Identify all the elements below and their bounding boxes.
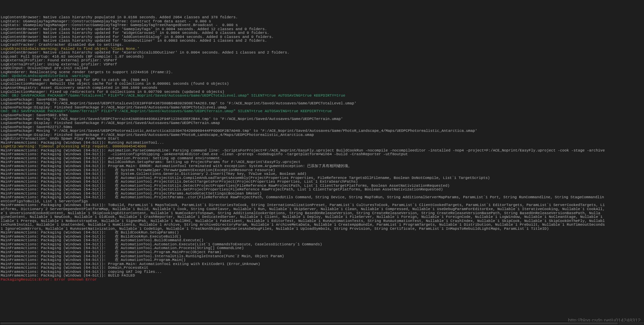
log-line: LogAssetRegistry: Asset discovery search… [1,86,643,90]
log-line: LogCrashTracker: Crashtracker disabled d… [1,43,643,47]
log-line: MainFrameActions: Packaging (Windows (64… [1,250,643,255]
log-line: MainFrameActions: Packaging (Windows (64… [1,274,643,278]
log-line: LogRenderer: Reallocating scene render t… [1,70,643,75]
log-line: MainFrameActions: Packaging (Windows (64… [1,172,643,176]
log-line: teChunkInstall, Nullable`1 Unattended, N… [1,223,643,227]
log-line: LogContentBrowser: Native class hierarch… [1,16,643,20]
log-line: MainFrameActions: Packaging (Windows (64… [1,258,643,262]
log-line: atforms, Dictionary`2 ServerDependentPla… [1,207,643,211]
log-line: PackagingResults:Error: Error Unknown Er… [1,278,643,282]
log-line: LogEditorTransaction: Undo Spawn Play Fr… [1,137,643,141]
log-line: LogExternalProfiler: Using external prof… [1,63,643,67]
log-line: LogSavePackage: Moving 'F:/ACE_Noprint/S… [1,129,643,133]
log-line: MainFrameActions: Packaging (Windows (64… [1,266,643,270]
log-line: MainFrameActions: Packaging (Windows (64… [1,180,643,184]
log-line: LogSavePackage:Display: Finished SavePac… [1,121,643,125]
log-line: MainFrameActions: Packaging (Windows (64… [1,164,643,168]
log-line: MainFrameActions: Packaging (Windows (64… [1,196,643,200]
log-line: LogContentBrowser: Native class hierarch… [1,51,643,55]
log-output: LogContentBrowser: Native class hierarch… [1,16,643,282]
log-line: Cmd: OBJ SAVEPACKAGE PACKAGE="/Game/Tota… [1,94,643,98]
log-line: Cmd: OBJ SAVEPACKAGE PACKAGE="/Game/Terr… [1,109,643,114]
log-line: gineContent, Nullable`1 NewCook, Nullabl… [1,215,643,219]
